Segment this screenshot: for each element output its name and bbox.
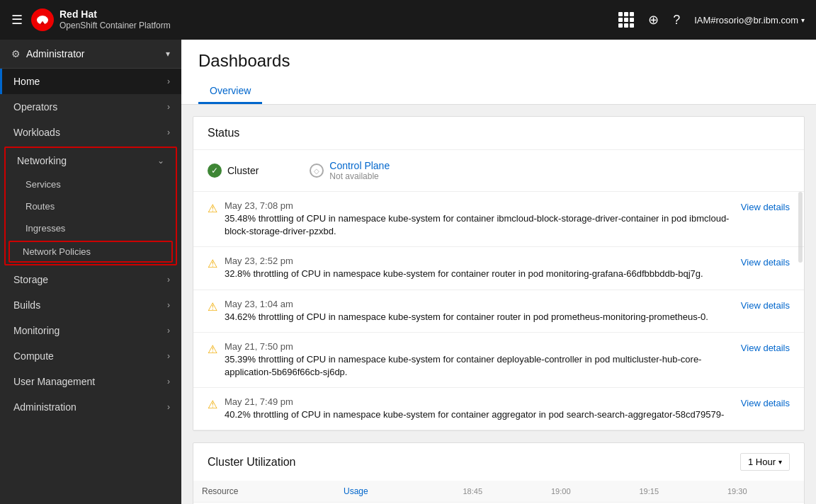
- time-selector[interactable]: 1 Hour ▾: [740, 453, 790, 471]
- cog-icon: ⚙: [11, 48, 21, 59]
- status-card-body: ✓ Cluster ◇ Control Plane Not available: [193, 150, 804, 430]
- sidebar-item-administration-caret: ›: [167, 402, 170, 412]
- plus-icon[interactable]: ⊕: [648, 12, 659, 28]
- content-area: Dashboards Overview Status ✓ Cluster ◇: [181, 40, 816, 504]
- timestamp-1845: 18:45: [463, 487, 482, 496]
- sidebar-item-builds[interactable]: Builds ›: [0, 292, 181, 318]
- sidebar-item-home-label: Home: [13, 76, 40, 87]
- cluster-utilization-card: Cluster Utilization 1 Hour ▾ Resource Us…: [193, 442, 805, 504]
- status-card: Status ✓ Cluster ◇ Control Plane Not ava…: [193, 116, 805, 431]
- alert-time-1: May 23, 2:52 pm: [225, 256, 730, 266]
- sidebar-item-workloads-label: Workloads: [13, 127, 60, 138]
- alert-text-1: 32.8% throttling of CPU in namespace kub…: [225, 268, 730, 280]
- warning-icon-4: ⚠: [208, 398, 217, 411]
- sidebar-item-networking-caret: ⌄: [157, 156, 164, 166]
- sidebar-item-home-caret: ›: [167, 76, 170, 86]
- status-card-header: Status: [193, 117, 804, 150]
- sidebar-item-operators-caret: ›: [167, 102, 170, 112]
- alert-link-3[interactable]: View details: [741, 343, 790, 353]
- topbar: ☰ Red Hat OpenShift Container Platform ⊕: [0, 0, 816, 40]
- alert-link-4[interactable]: View details: [741, 398, 790, 408]
- sidebar-header: ⚙ Administrator ▾: [0, 40, 181, 69]
- sidebar-role-caret[interactable]: ▾: [166, 49, 170, 59]
- sidebar-item-operators[interactable]: Operators ›: [0, 94, 181, 120]
- alert-link-0[interactable]: View details: [741, 202, 790, 212]
- sidebar-subitem-network-policies[interactable]: Network Policies: [10, 242, 171, 261]
- sidebar-nav: Home › Operators › Workloads › Networkin…: [0, 69, 181, 504]
- timestamp-1900: 19:00: [551, 487, 571, 496]
- alert-content-4: May 21, 7:49 pm 40.2% throttling of CPU …: [225, 396, 730, 421]
- cards-area: Status ✓ Cluster ◇ Control Plane Not ava…: [181, 105, 816, 504]
- warning-icon-1: ⚠: [208, 257, 217, 270]
- alert-row-0: ⚠ May 23, 7:08 pm 35.48% throttling of C…: [193, 192, 804, 247]
- control-plane-status-item: ◇ Control Plane Not available: [310, 160, 390, 181]
- alert-time-0: May 23, 7:08 pm: [225, 200, 730, 211]
- cluster-util-header: Cluster Utilization 1 Hour ▾: [193, 443, 804, 481]
- sidebar-item-networking[interactable]: Networking ⌄: [6, 148, 176, 173]
- alert-row-1: ⚠ May 23, 2:52 pm 32.8% throttling of CP…: [193, 247, 804, 290]
- control-plane-icon: ◇: [310, 164, 324, 178]
- sidebar-item-workloads[interactable]: Workloads ›: [0, 120, 181, 145]
- alert-link-2[interactable]: View details: [741, 300, 790, 311]
- sidebar-networking-section: Networking ⌄ Services Routes Ingresses N…: [4, 147, 177, 265]
- cluster-status-item: ✓ Cluster: [208, 164, 259, 178]
- user-label: IAM#rosorio@br.ibm.com: [694, 15, 798, 25]
- alert-row-4: ⚠ May 21, 7:49 pm 40.2% throttling of CP…: [193, 388, 804, 430]
- tabs: Overview: [198, 79, 799, 104]
- sidebar-item-home[interactable]: Home ›: [0, 69, 181, 94]
- sidebar-network-policies-section: Network Policies: [8, 241, 173, 263]
- col-resource: Resource: [193, 481, 335, 503]
- sidebar-subitem-routes[interactable]: Routes: [6, 195, 176, 217]
- cluster-util-body: Resource Usage 18:45 19:00 19:15 19:30: [193, 481, 804, 504]
- sidebar-item-user-management[interactable]: User Management ›: [0, 369, 181, 394]
- sidebar-subitem-ingresses[interactable]: Ingresses: [6, 217, 176, 239]
- time-selector-caret: ▾: [778, 458, 782, 466]
- sidebar-item-storage[interactable]: Storage ›: [0, 267, 181, 292]
- sidebar-item-monitoring-caret: ›: [167, 326, 170, 336]
- col-usage: Usage: [335, 481, 420, 503]
- grid-icon[interactable]: [618, 12, 634, 28]
- redhat-logo-text: Red Hat OpenShift Container Platform: [60, 8, 171, 30]
- hamburger-icon[interactable]: ☰: [11, 12, 23, 28]
- alert-content-3: May 21, 7:50 pm 35.39% throttling of CPU…: [225, 341, 730, 379]
- sidebar-item-workloads-caret: ›: [167, 127, 170, 137]
- alert-content-2: May 23, 1:04 am 34.62% throttling of CPU…: [225, 299, 730, 323]
- sidebar-item-operators-label: Operators: [13, 101, 57, 113]
- alerts-container: ⚠ May 23, 7:08 pm 35.48% throttling of C…: [193, 192, 804, 430]
- main-layout: ⚙ Administrator ▾ Home › Operators › Wor…: [0, 40, 816, 504]
- control-plane-text: Control Plane Not available: [329, 160, 390, 181]
- sidebar-item-user-management-label: User Management: [13, 376, 95, 387]
- sidebar-item-monitoring-label: Monitoring: [13, 325, 60, 336]
- cluster-label: Cluster: [227, 165, 259, 176]
- sidebar-item-storage-caret: ›: [167, 275, 170, 285]
- alert-row-2: ⚠ May 23, 1:04 am 34.62% throttling of C…: [193, 290, 804, 333]
- help-icon[interactable]: ?: [673, 13, 680, 28]
- sidebar-item-administration-label: Administration: [13, 401, 76, 413]
- sidebar-item-builds-caret: ›: [167, 300, 170, 310]
- alert-content-0: May 23, 7:08 pm 35.48% throttling of CPU…: [225, 200, 730, 238]
- redhat-logo-circle: [31, 8, 54, 31]
- alert-link-1[interactable]: View details: [741, 257, 790, 268]
- cluster-util-title: Cluster Utilization: [208, 456, 295, 469]
- alert-time-2: May 23, 1:04 am: [225, 299, 730, 309]
- alert-text-2: 34.62% throttling of CPU in namespace ku…: [225, 311, 730, 323]
- sidebar-item-monitoring[interactable]: Monitoring ›: [0, 318, 181, 343]
- col-chart: 18:45 19:00 19:15 19:30: [420, 481, 804, 503]
- warning-icon-0: ⚠: [208, 202, 217, 215]
- user-menu[interactable]: IAM#rosorio@br.ibm.com ▾: [694, 15, 805, 25]
- sidebar-item-compute[interactable]: Compute ›: [0, 343, 181, 369]
- sidebar-item-compute-label: Compute: [13, 350, 54, 362]
- content-header: Dashboards Overview: [181, 40, 816, 105]
- alert-text-3: 35.39% throttling of CPU in namespace ku…: [225, 353, 730, 379]
- page-title: Dashboards: [198, 51, 799, 71]
- sidebar-item-administration[interactable]: Administration ›: [0, 394, 181, 420]
- sidebar-subitem-services[interactable]: Services: [6, 173, 176, 195]
- sidebar-item-user-management-caret: ›: [167, 377, 170, 386]
- sidebar-item-compute-caret: ›: [167, 351, 170, 361]
- warning-icon-3: ⚠: [208, 343, 217, 356]
- tab-overview[interactable]: Overview: [198, 79, 262, 104]
- sidebar-role-label: Administrator: [26, 48, 84, 59]
- control-plane-link[interactable]: Control Plane: [329, 160, 390, 171]
- control-plane-sublabel: Not available: [329, 171, 390, 181]
- alert-text-0: 35.48% throttling of CPU in namespace ku…: [225, 212, 730, 238]
